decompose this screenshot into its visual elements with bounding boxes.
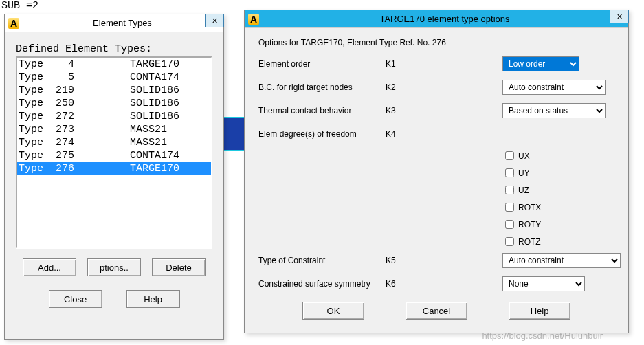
- dof-checkbox-input[interactable]: [505, 220, 514, 229]
- defined-element-types-label: Defined Element Types:: [16, 43, 212, 55]
- k6-select[interactable]: None: [502, 276, 585, 291]
- targe170-titlebar[interactable]: A TARGE170 element type options ✕: [245, 10, 628, 28]
- ansys-logo-icon: A: [8, 17, 20, 30]
- element-types-listbox[interactable]: Type 4 TARGE170Type 5 CONTA174Type 219 S…: [16, 56, 212, 249]
- dof-checkbox-label: UZ: [518, 186, 529, 195]
- close-button[interactable]: Close: [49, 290, 102, 308]
- help-button[interactable]: Help: [126, 290, 180, 308]
- close-icon[interactable]: ✕: [610, 10, 629, 23]
- element-types-window: A Element Types ✕ Defined Element Types:…: [4, 14, 224, 340]
- k1-label: Element order: [258, 59, 386, 69]
- dof-checkbox-input[interactable]: [505, 237, 514, 246]
- k2-select[interactable]: Auto constraint: [502, 80, 606, 95]
- list-item[interactable]: Type 274 MASS21: [17, 136, 211, 149]
- targe170-title: TARGE170 element type options: [264, 14, 625, 24]
- ok-button[interactable]: OK: [302, 302, 364, 320]
- add-button[interactable]: Add...: [23, 258, 76, 276]
- list-item[interactable]: Type 250 SOLID186: [17, 97, 211, 110]
- options-button[interactable]: ptions..: [87, 258, 141, 276]
- k4-tag: K4: [386, 129, 413, 139]
- dof-checkbox-label: ROTX: [518, 203, 541, 212]
- dof-checkbox-uy[interactable]: UY: [502, 166, 614, 179]
- k5-tag: K5: [386, 256, 413, 265]
- dof-checkbox-ux[interactable]: UX: [502, 149, 614, 162]
- element-types-titlebar[interactable]: A Element Types ✕: [5, 14, 223, 32]
- dof-checkbox-label: UY: [518, 168, 530, 178]
- background-code-text: SUB =2: [1, 0, 38, 12]
- dof-checkbox-rotx[interactable]: ROTX: [502, 201, 614, 214]
- dof-checkbox-roty[interactable]: ROTY: [502, 218, 614, 231]
- list-item[interactable]: Type 219 SOLID186: [17, 84, 211, 97]
- dof-checkbox-label: ROTY: [518, 220, 541, 230]
- options-caption: Options for TARGE170, Element Type Ref. …: [258, 38, 614, 47]
- k1-tag: K1: [386, 59, 413, 69]
- dof-checkbox-input[interactable]: [505, 151, 514, 160]
- list-item[interactable]: Type 273 MASS21: [17, 123, 211, 136]
- dof-checkbox-label: UX: [518, 151, 530, 161]
- k5-label: Type of Constraint: [258, 256, 386, 265]
- targe170-options-window: A TARGE170 element type options ✕ Option…: [244, 10, 629, 333]
- list-item[interactable]: Type 275 CONTA174: [17, 149, 211, 162]
- k3-select[interactable]: Based on status: [502, 103, 606, 118]
- dof-checkbox-rotz[interactable]: ROTZ: [502, 235, 614, 248]
- list-item[interactable]: Type 272 SOLID186: [17, 110, 211, 123]
- dof-checkbox-group: UXUYUZROTXROTYROTZ: [258, 149, 614, 248]
- dof-checkbox-uz[interactable]: UZ: [502, 183, 614, 197]
- k1-select[interactable]: Low order: [502, 56, 579, 71]
- dof-checkbox-label: ROTZ: [518, 237, 541, 247]
- dof-checkbox-input[interactable]: [505, 203, 514, 212]
- k6-label: Constrained surface symmetry: [258, 279, 386, 289]
- cancel-button[interactable]: Cancel: [406, 302, 467, 320]
- help-button[interactable]: Help: [509, 302, 570, 320]
- k2-label: B.C. for rigid target nodes: [258, 82, 386, 92]
- delete-button[interactable]: Delete: [152, 258, 206, 276]
- list-item[interactable]: Type 276 TARGE170: [17, 162, 211, 175]
- k6-tag: K6: [386, 279, 413, 289]
- element-types-title: Element Types: [24, 18, 221, 28]
- k3-tag: K3: [386, 106, 413, 115]
- dof-checkbox-input[interactable]: [505, 168, 514, 177]
- k5-select[interactable]: Auto constraint: [502, 253, 621, 268]
- k2-tag: K2: [386, 82, 413, 92]
- list-item[interactable]: Type 4 TARGE170: [17, 58, 211, 71]
- close-icon[interactable]: ✕: [205, 14, 224, 27]
- list-item[interactable]: Type 5 CONTA174: [17, 71, 211, 84]
- k4-label: Elem degree(s) of freedom: [258, 129, 386, 139]
- dof-checkbox-input[interactable]: [505, 186, 514, 194]
- k3-label: Thermal contact behavior: [258, 106, 386, 115]
- ansys-logo-icon: A: [247, 13, 260, 25]
